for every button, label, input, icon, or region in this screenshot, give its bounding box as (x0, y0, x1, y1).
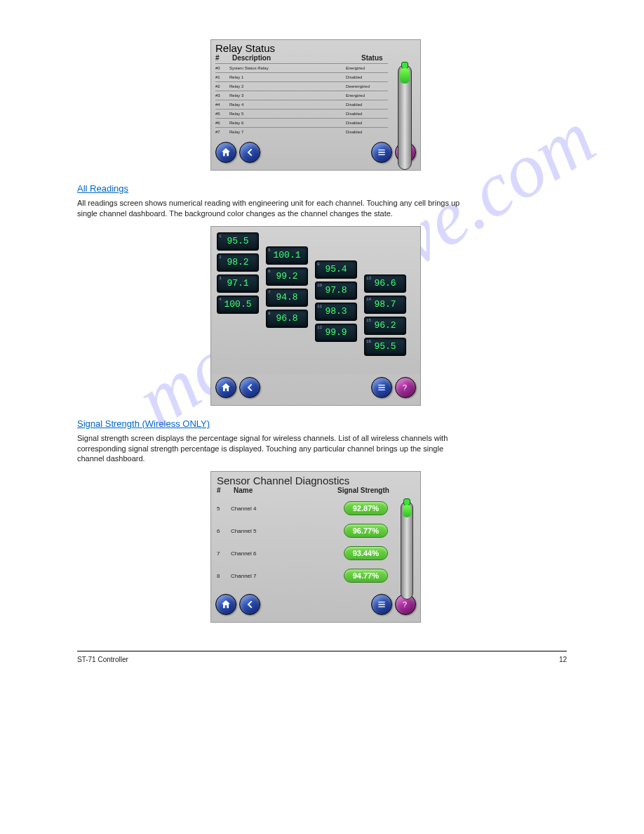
all-readings-panel: 195.5 298.2 397.1 4100.5 5100.1 699.2 79… (210, 226, 421, 406)
signal-badge: 96.77% (344, 524, 388, 538)
reading-cell[interactable]: 4100.5 (217, 296, 259, 314)
reading-cell[interactable]: 1097.8 (315, 282, 357, 300)
sensor-diagnostics-panel: Sensor Channel Diagnostics # Name Signal… (210, 471, 421, 623)
list-icon (376, 599, 387, 610)
reading-cell[interactable]: 397.1 (217, 274, 259, 293)
menu-button[interactable] (371, 142, 392, 163)
table-row[interactable]: 6 Channel 5 96.77% (217, 519, 388, 542)
reading-cell[interactable]: 1695.5 (364, 338, 406, 356)
scroll-indicator[interactable] (401, 501, 413, 600)
diag-title: Sensor Channel Diagnostics (211, 472, 420, 486)
table-row: #4Relay 4Disabled (215, 100, 388, 109)
scroll-indicator[interactable] (398, 65, 412, 170)
home-button[interactable] (215, 142, 236, 163)
help-button[interactable]: ? (395, 377, 416, 398)
reading-cell[interactable]: 794.8 (266, 289, 308, 307)
list-icon (376, 147, 387, 158)
home-icon (220, 599, 232, 610)
signal-badge: 94.77% (344, 569, 388, 583)
list-icon (376, 382, 387, 393)
section-signal-desc: Signal strength screen displays the perc… (77, 433, 470, 465)
col-status: Status (361, 54, 416, 62)
reading-cell[interactable]: 1198.3 (315, 303, 357, 321)
home-icon (220, 382, 232, 393)
back-button[interactable] (239, 142, 260, 163)
home-icon (220, 147, 232, 158)
col-desc: Description (232, 54, 361, 62)
section-signal-title: Signal Strength (Wireless ONLY) (77, 418, 567, 429)
reading-cell[interactable]: 1596.2 (364, 317, 406, 335)
table-row: #7Relay 7Disabled (215, 127, 388, 136)
table-row: #3Relay 3Energized (215, 91, 388, 100)
question-icon: ? (400, 382, 411, 393)
menu-button[interactable] (371, 594, 392, 615)
section-all-readings-desc: All readings screen shows numerical read… (77, 198, 470, 219)
home-button[interactable] (215, 377, 236, 398)
arrow-left-icon (244, 147, 255, 158)
col-name: Name (234, 486, 337, 494)
svg-text:?: ? (403, 383, 407, 392)
reading-cell[interactable]: 298.2 (217, 253, 259, 272)
signal-badge: 92.87% (344, 501, 388, 515)
col-signal: Signal Strength (337, 486, 415, 494)
question-icon: ? (400, 599, 411, 610)
section-all-readings-title: All Readings (77, 183, 567, 194)
col-num: # (215, 54, 232, 62)
table-row: #6Relay 6Disabled (215, 118, 388, 127)
signal-badge: 93.44% (344, 546, 388, 560)
table-row[interactable]: 8 Channel 7 94.77% (217, 564, 388, 587)
reading-cell[interactable]: 1396.6 (364, 274, 406, 293)
table-row: #2Relay 2Deenergized (215, 81, 388, 91)
table-row[interactable]: 5 Channel 4 92.87% (217, 497, 388, 519)
footer-left: ST-71 Controller (77, 656, 559, 663)
relay-status-panel: Relay Status # Description Status #0Syst… (210, 39, 421, 171)
col-num: # (217, 486, 234, 494)
reading-cell[interactable]: 195.5 (217, 232, 259, 251)
arrow-left-icon (244, 382, 255, 393)
svg-text:?: ? (403, 600, 407, 609)
reading-cell[interactable]: 995.4 (315, 260, 357, 279)
table-row[interactable]: 7 Channel 6 93.44% (217, 542, 388, 564)
menu-button[interactable] (371, 377, 392, 398)
back-button[interactable] (239, 377, 260, 398)
back-button[interactable] (239, 594, 260, 615)
reading-cell[interactable]: 699.2 (266, 267, 308, 286)
footer-page: 12 (559, 656, 567, 663)
table-row: #5Relay 5Disabled (215, 109, 388, 118)
reading-cell[interactable]: 1299.9 (315, 324, 357, 342)
table-row: #0System Status RelayEnergized (215, 63, 388, 72)
reading-cell[interactable]: 5100.1 (266, 246, 308, 265)
relay-title: Relay Status (211, 40, 420, 54)
arrow-left-icon (244, 599, 255, 610)
reading-cell[interactable]: 1498.7 (364, 296, 406, 314)
reading-cell[interactable]: 896.8 (266, 310, 308, 328)
home-button[interactable] (215, 594, 236, 615)
table-row: #1Relay 1Disabled (215, 72, 388, 81)
